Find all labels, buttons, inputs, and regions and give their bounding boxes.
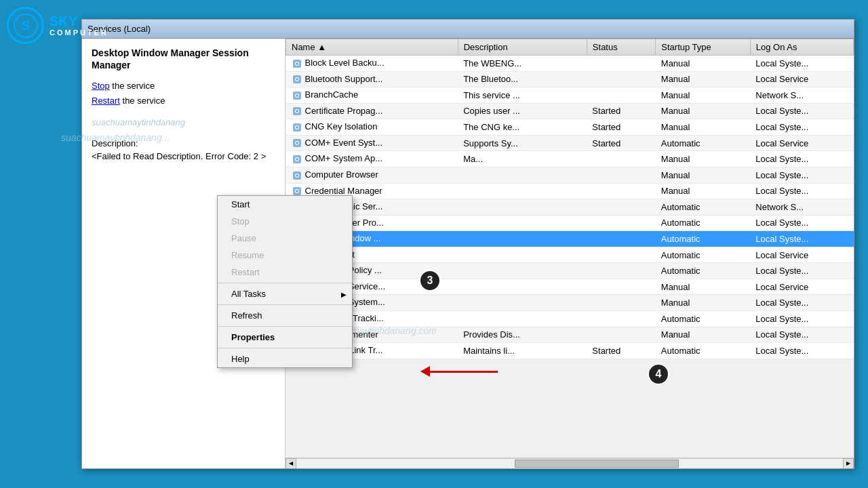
table-row[interactable]: COM+ System Ap...Ma...ManualLocal Syste.… bbox=[286, 151, 854, 167]
brand-name: SKY bbox=[50, 14, 108, 28]
table-row[interactable]: Disk DefragmenterProvides Dis...ManualLo… bbox=[286, 327, 854, 343]
service-status-cell bbox=[587, 263, 655, 279]
context-menu-item-help[interactable]: Help bbox=[218, 350, 352, 367]
table-header: Name ▲ Description Status Startup Type L… bbox=[286, 39, 854, 56]
service-name-cell: Bluetooth Support... bbox=[286, 71, 458, 87]
service-status-cell bbox=[587, 215, 655, 231]
table-row[interactable]: Credential ManagerManualLocal Syste... bbox=[286, 183, 854, 199]
service-desc-cell: Maintains li... bbox=[458, 343, 587, 359]
service-desc-cell bbox=[458, 199, 587, 216]
service-status-cell bbox=[587, 295, 655, 311]
service-startup-cell: Automatic bbox=[656, 199, 751, 216]
service-status-cell bbox=[587, 279, 655, 295]
col-logon[interactable]: Log On As bbox=[750, 39, 853, 56]
table-row[interactable]: Diagnostic Policy ...AutomaticLocal Syst… bbox=[286, 263, 854, 279]
service-logon-cell: Local Syste... bbox=[750, 167, 853, 183]
service-status-cell bbox=[587, 71, 655, 87]
service-icon bbox=[292, 154, 302, 165]
service-logon-cell: Local Syste... bbox=[750, 56, 853, 72]
service-icon bbox=[292, 106, 302, 117]
scroll-track[interactable] bbox=[296, 458, 843, 468]
service-status-cell bbox=[587, 167, 655, 183]
service-status-cell bbox=[587, 231, 655, 247]
table-row[interactable]: Distributed Link Tr...Maintains li...Sta… bbox=[286, 343, 854, 359]
table-row[interactable]: BranchCacheThis service ...ManualNetwork… bbox=[286, 87, 854, 104]
table-row[interactable]: Certificate Propag...Copies user ...Star… bbox=[286, 103, 854, 119]
service-name-cell: Certificate Propag... bbox=[286, 103, 458, 119]
col-status[interactable]: Status bbox=[587, 39, 655, 56]
service-desc-cell: This service ... bbox=[458, 87, 587, 104]
table-row[interactable]: Cryptographic Ser...AutomaticNetwork S..… bbox=[286, 199, 854, 216]
horizontal-scrollbar[interactable]: ◀ ▶ bbox=[285, 458, 854, 468]
context-menu-separator bbox=[218, 283, 352, 283]
service-status-cell bbox=[587, 183, 655, 199]
service-name-cell: CNG Key Isolation bbox=[286, 119, 458, 136]
service-startup-cell: Manual bbox=[656, 167, 751, 183]
desc-label: Description: bbox=[92, 138, 275, 148]
table-row[interactable]: Diagnostics Tracki...AutomaticLocal Syst… bbox=[286, 311, 854, 327]
scroll-right-arrow[interactable]: ▶ bbox=[843, 458, 854, 469]
brand-logo: S bbox=[7, 7, 44, 44]
scroll-thumb[interactable] bbox=[515, 460, 679, 468]
table-row[interactable]: CNG Key IsolationThe CNG ke...StartedMan… bbox=[286, 119, 854, 136]
service-desc-cell bbox=[458, 295, 587, 311]
service-startup-cell: Manual bbox=[656, 295, 751, 311]
context-menu-item-start[interactable]: Start bbox=[218, 196, 352, 213]
service-status-cell: Started bbox=[587, 135, 655, 151]
right-panel: Name ▲ Description Status Startup Type L… bbox=[285, 39, 854, 468]
table-row[interactable]: DHCP ClientAutomaticLocal Service bbox=[286, 247, 854, 263]
col-startup[interactable]: Startup Type bbox=[656, 39, 751, 56]
table-row[interactable]: Computer BrowserManualLocal Syste... bbox=[286, 167, 854, 183]
service-logon-cell: Local Syste... bbox=[750, 215, 853, 231]
svg-point-28 bbox=[296, 190, 298, 192]
arrow-head bbox=[420, 366, 430, 377]
service-startup-cell: Automatic bbox=[656, 311, 751, 327]
service-name-text: Credential Manager bbox=[305, 186, 382, 196]
svg-text:S: S bbox=[21, 19, 29, 33]
service-startup-cell: Automatic bbox=[656, 215, 751, 231]
service-name-cell: Computer Browser bbox=[286, 167, 458, 183]
brand-area: S SKY COMPUTER bbox=[7, 7, 108, 44]
service-status-cell bbox=[587, 311, 655, 327]
scroll-left-arrow[interactable]: ◀ bbox=[285, 458, 296, 469]
context-menu-item-all-tasks[interactable]: All Tasks bbox=[218, 285, 352, 302]
service-desc-cell: The CNG ke... bbox=[458, 119, 587, 136]
service-icon bbox=[292, 90, 302, 101]
context-menu-item-pause: Pause bbox=[218, 230, 352, 247]
service-status-cell bbox=[587, 247, 655, 263]
service-logon-cell: Local Service bbox=[750, 135, 853, 151]
step-badge-4: 4 bbox=[648, 363, 669, 385]
service-startup-cell: Manual bbox=[656, 183, 751, 199]
service-logon-cell: Local Syste... bbox=[750, 103, 853, 119]
table-row[interactable]: Block Level Backu...The WBENG...ManualLo… bbox=[286, 56, 854, 72]
service-icon bbox=[292, 122, 302, 133]
context-menu-item-properties[interactable]: Properties bbox=[218, 329, 352, 346]
stop-link[interactable]: Stop bbox=[92, 81, 110, 91]
restart-link[interactable]: Restart bbox=[92, 96, 120, 106]
table-row[interactable]: DCOM Server Pro...AutomaticLocal Syste..… bbox=[286, 215, 854, 231]
service-startup-cell: Manual bbox=[656, 279, 751, 295]
table-row[interactable]: Diagnostic System...ManualLocal Syste... bbox=[286, 295, 854, 311]
table-row[interactable]: Bluetooth Support...The Bluetoo...Manual… bbox=[286, 71, 854, 87]
service-startup-cell: Automatic bbox=[656, 135, 751, 151]
service-logon-cell: Local Syste... bbox=[750, 263, 853, 279]
table-row[interactable]: Diagnostic Service...ManualLocal Service bbox=[286, 279, 854, 295]
service-name-text: Certificate Propag... bbox=[305, 106, 383, 116]
window-titlebar: Services (Local) bbox=[82, 20, 854, 39]
service-startup-cell: Automatic bbox=[656, 343, 751, 359]
service-name-text: COM+ System Ap... bbox=[305, 153, 383, 163]
context-menu-item-refresh[interactable]: Refresh bbox=[218, 307, 352, 324]
table-row[interactable]: COM+ Event Syst...Supports Sy...StartedA… bbox=[286, 135, 854, 151]
table-body: Block Level Backu...The WBENG...ManualLo… bbox=[286, 56, 854, 359]
context-menu-separator bbox=[218, 348, 352, 348]
stop-suffix: the service bbox=[110, 81, 155, 91]
svg-point-22 bbox=[296, 158, 298, 160]
col-name[interactable]: Name ▲ bbox=[286, 39, 458, 56]
table-wrapper[interactable]: Name ▲ Description Status Startup Type L… bbox=[285, 39, 854, 458]
service-logon-cell: Local Syste... bbox=[750, 183, 853, 199]
service-desc-cell bbox=[458, 311, 587, 327]
service-logon-cell: Local Service bbox=[750, 279, 853, 295]
table-row[interactable]: Desktop Window ...AutomaticLocal Syste..… bbox=[286, 231, 854, 247]
col-desc[interactable]: Description bbox=[458, 39, 587, 56]
service-name-cell: BranchCache bbox=[286, 87, 458, 104]
